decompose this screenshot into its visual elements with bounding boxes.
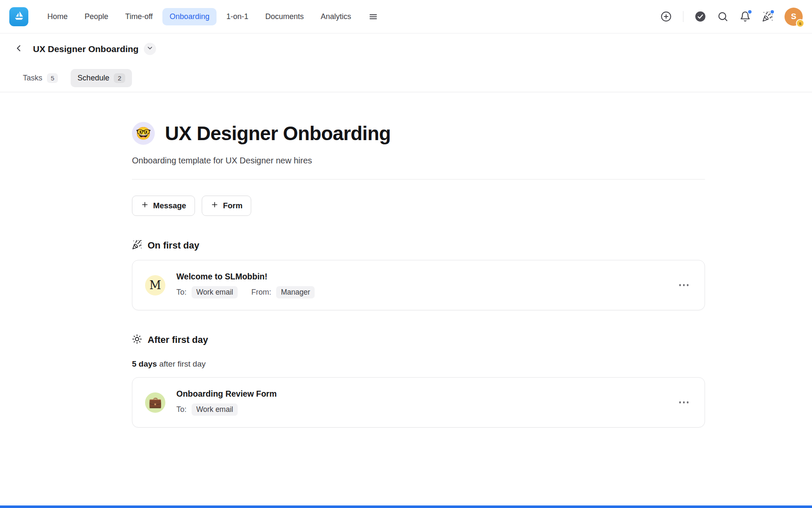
add-form-button[interactable]: Form: [202, 196, 251, 216]
back-button[interactable]: [11, 41, 26, 57]
section-title: After first day: [148, 334, 208, 345]
plus-icon: [211, 201, 219, 211]
template-header: 🤓 UX Designer Onboarding: [132, 122, 705, 145]
user-avatar[interactable]: S s: [785, 8, 803, 26]
notification-dot: [747, 9, 752, 14]
section-on-first-day: On first day: [132, 240, 705, 251]
tab-schedule[interactable]: Schedule 2: [71, 69, 132, 87]
page-title: UX Designer Onboarding: [33, 44, 139, 54]
tabs-bar: Tasks 5 Schedule 2: [0, 64, 812, 92]
message-avatar: M: [145, 275, 165, 295]
section-after-first-day: After first day: [132, 334, 705, 346]
offset-rest: after first day: [157, 359, 206, 368]
card-body: Welcome to SLMobbin! To: Work email From…: [176, 272, 665, 298]
tab-label: Schedule: [77, 74, 109, 83]
plus-icon: [141, 201, 149, 211]
chevron-left-icon: [14, 43, 24, 55]
page-header-bar: UX Designer Onboarding: [0, 33, 812, 64]
offset-days: 5 days: [132, 359, 157, 368]
search-icon[interactable]: [717, 11, 728, 22]
nav-item-analytics[interactable]: Analytics: [313, 8, 358, 25]
notification-dot: [770, 9, 775, 14]
message-meta: To: Work email From: Manager: [176, 286, 665, 298]
template-subtitle: Onboarding template for UX Designer new …: [132, 156, 705, 166]
nav-right-cluster: S s: [661, 8, 803, 26]
template-title: UX Designer Onboarding: [165, 122, 391, 145]
more-options-icon[interactable]: [676, 398, 692, 407]
add-actions-row: Message Form: [132, 196, 705, 216]
to-label: To:: [176, 288, 187, 297]
from-value-chip: Manager: [276, 286, 315, 298]
schedule-item-welcome-message[interactable]: M Welcome to SLMobbin! To: Work email Fr…: [132, 260, 705, 310]
to-value-chip: Work email: [192, 403, 238, 416]
party-popper-icon[interactable]: [762, 11, 773, 22]
divider: [132, 179, 705, 179]
card-body: Onboarding Review Form To: Work email: [176, 389, 665, 416]
sailboat-icon: [13, 10, 25, 23]
divider: [683, 11, 683, 22]
tab-label: Tasks: [23, 74, 42, 83]
top-navigation: Home People Time-off Onboarding 1-on-1 D…: [0, 0, 812, 33]
sun-icon: [132, 334, 142, 346]
form-avatar-briefcase-icon: 💼: [145, 392, 165, 413]
template-emoji-icon: 🤓: [132, 122, 155, 145]
tab-tasks[interactable]: Tasks 5: [16, 69, 65, 87]
nav-item-documents[interactable]: Documents: [258, 8, 311, 25]
tab-count-badge: 5: [47, 73, 58, 83]
main-content: 🤓 UX Designer Onboarding Onboarding temp…: [0, 92, 812, 428]
bottom-accent-bar: [0, 505, 812, 508]
plus-circle-icon[interactable]: [661, 11, 672, 22]
chevron-down-icon: [146, 44, 154, 53]
message-title: Welcome to SLMobbin!: [176, 272, 665, 282]
party-popper-icon: [132, 240, 142, 251]
main-nav: Home People Time-off Onboarding 1-on-1 D…: [40, 8, 380, 25]
menu-icon[interactable]: [366, 9, 380, 24]
bell-icon[interactable]: [740, 11, 751, 22]
add-message-label: Message: [153, 201, 186, 210]
nav-item-1-on-1[interactable]: 1-on-1: [219, 8, 255, 25]
app-logo[interactable]: [9, 7, 28, 26]
avatar-letter: S: [791, 12, 796, 21]
schedule-offset-note: 5 days after first day: [132, 359, 705, 369]
nav-item-onboarding[interactable]: Onboarding: [162, 8, 217, 25]
form-title: Onboarding Review Form: [176, 389, 665, 399]
add-form-label: Form: [223, 201, 242, 210]
nav-item-people[interactable]: People: [77, 8, 115, 25]
schedule-item-review-form[interactable]: 💼 Onboarding Review Form To: Work email: [132, 377, 705, 428]
title-dropdown-button[interactable]: [144, 43, 156, 55]
from-label: From:: [251, 288, 271, 297]
check-circle-icon[interactable]: [695, 11, 706, 22]
add-message-button[interactable]: Message: [132, 196, 195, 216]
more-options-icon[interactable]: [676, 281, 692, 290]
nav-item-home[interactable]: Home: [40, 8, 75, 25]
to-label: To:: [176, 405, 187, 414]
form-meta: To: Work email: [176, 403, 665, 416]
tab-count-badge: 2: [114, 73, 125, 83]
to-value-chip: Work email: [192, 286, 238, 298]
section-title: On first day: [148, 240, 199, 251]
nav-item-time-off[interactable]: Time-off: [118, 8, 160, 25]
avatar-status-badge: s: [796, 19, 804, 28]
